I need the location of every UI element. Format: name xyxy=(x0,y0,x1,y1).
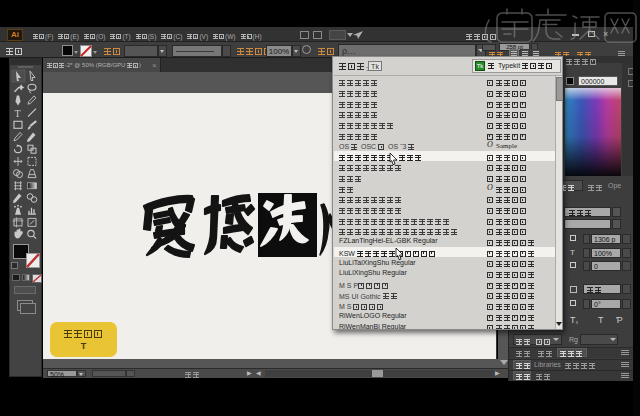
svg-text:T: T xyxy=(15,108,21,119)
